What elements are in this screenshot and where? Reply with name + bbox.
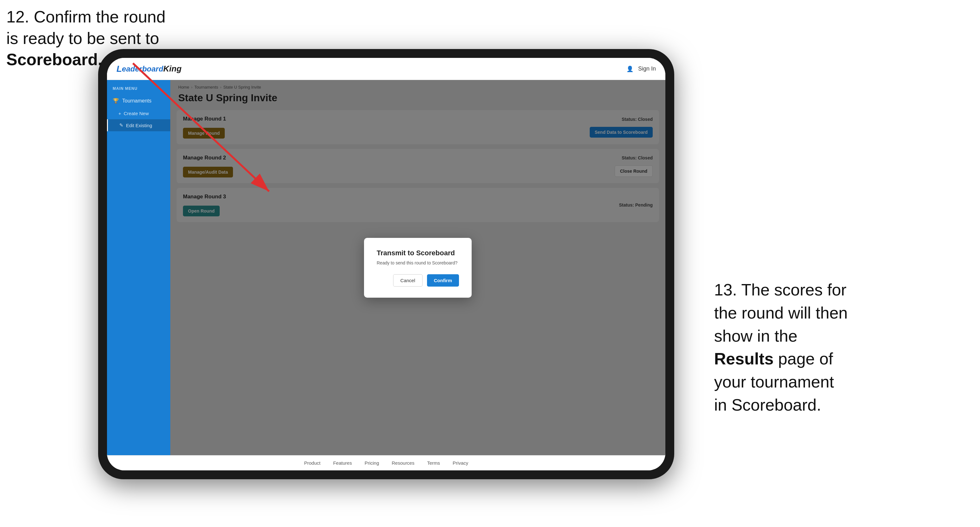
tablet-frame: L eaderboard King 👤 Sign In MAIN MENU 🏆 … <box>98 49 674 479</box>
footer-product[interactable]: Product <box>304 460 321 466</box>
annotation-line3: Scoreboard. <box>6 50 102 69</box>
app-body: MAIN MENU 🏆 Tournaments + Create New ✎ E… <box>107 80 665 455</box>
modal-title: Transmit to Scoreboard <box>377 249 459 257</box>
annotation-line1: 12. Confirm the round <box>6 8 165 26</box>
annotation-right-line1: 13. The scores for <box>714 281 846 299</box>
logo-king: King <box>163 64 182 74</box>
modal-box: Transmit to Scoreboard Ready to send thi… <box>364 238 472 298</box>
annotation-right-line3: show in the <box>714 327 797 345</box>
sidebar-item-tournaments[interactable]: 🏆 Tournaments <box>107 94 170 108</box>
sidebar-edit-existing-label: Edit Existing <box>126 123 152 128</box>
plus-icon: + <box>118 111 121 116</box>
footer-features[interactable]: Features <box>333 460 352 466</box>
sign-in-button[interactable]: Sign In <box>638 65 656 72</box>
footer-privacy[interactable]: Privacy <box>453 460 468 466</box>
sidebar: MAIN MENU 🏆 Tournaments + Create New ✎ E… <box>107 80 170 455</box>
annotation-top: 12. Confirm the round is ready to be sen… <box>6 6 165 71</box>
annotation-right: 13. The scores for the round will then s… <box>714 278 974 417</box>
trophy-icon: 🏆 <box>113 98 119 104</box>
sidebar-tournaments-label: Tournaments <box>122 98 152 104</box>
edit-icon: ✎ <box>119 122 123 128</box>
annotation-right-line2: the round will then <box>714 304 848 322</box>
footer-pricing[interactable]: Pricing <box>365 460 379 466</box>
tablet-screen: L eaderboard King 👤 Sign In MAIN MENU 🏆 … <box>107 58 665 470</box>
main-content: Home › Tournaments › State U Spring Invi… <box>170 80 665 455</box>
modal-cancel-button[interactable]: Cancel <box>393 274 423 287</box>
main-menu-label: MAIN MENU <box>107 86 170 94</box>
annotation-right-line4-rest: page of <box>774 349 833 368</box>
header-right: 👤 Sign In <box>627 65 656 73</box>
modal-overlay: Transmit to Scoreboard Ready to send thi… <box>170 80 665 455</box>
user-icon: 👤 <box>627 65 633 73</box>
annotation-right-line6: in Scoreboard. <box>714 396 821 414</box>
app-footer: Product Features Pricing Resources Terms… <box>107 455 665 470</box>
modal-confirm-button[interactable]: Confirm <box>427 274 459 287</box>
footer-resources[interactable]: Resources <box>392 460 415 466</box>
sidebar-item-create-new[interactable]: + Create New <box>107 108 170 119</box>
annotation-line2: is ready to be sent to <box>6 29 159 48</box>
sidebar-create-new-label: Create New <box>124 111 149 116</box>
annotation-right-bold: Results <box>714 349 774 368</box>
footer-terms[interactable]: Terms <box>427 460 440 466</box>
modal-buttons: Cancel Confirm <box>377 274 459 287</box>
app-container: L eaderboard King 👤 Sign In MAIN MENU 🏆 … <box>107 58 665 470</box>
sidebar-item-edit-existing[interactable]: ✎ Edit Existing <box>107 119 170 131</box>
annotation-right-line5: your tournament <box>714 373 834 391</box>
modal-subtitle: Ready to send this round to Scoreboard? <box>377 260 459 265</box>
app-header: L eaderboard King 👤 Sign In <box>107 58 665 80</box>
